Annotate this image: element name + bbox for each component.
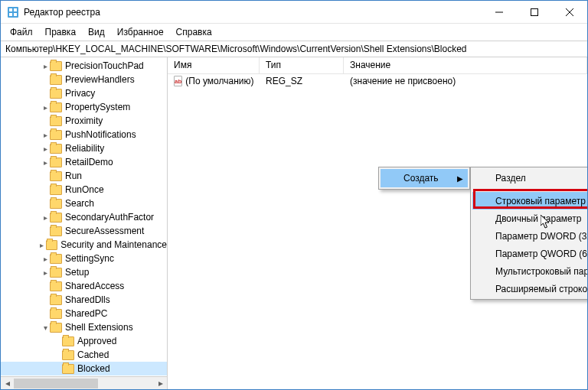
submenu-expandstring[interactable]: Расширяемый строковый параметр — [472, 280, 588, 297]
menu-help[interactable]: Справка — [170, 25, 218, 39]
submenu-multistring[interactable]: Мультистроковый параметр — [472, 262, 588, 280]
tree-item[interactable]: ▸PropertySystem — [1, 100, 167, 114]
folder-icon — [50, 185, 62, 195]
svg-rect-6 — [531, 8, 538, 15]
expand-icon[interactable]: ▸ — [41, 255, 50, 263]
tree-item-label: SharedDlls — [65, 294, 110, 305]
expand-icon[interactable]: ▸ — [41, 145, 50, 153]
folder-icon — [50, 323, 62, 333]
tree-item[interactable]: Run — [1, 169, 167, 183]
collapse-icon[interactable]: ▾ — [41, 323, 50, 332]
folder-icon — [50, 309, 62, 319]
column-type[interactable]: Тип — [260, 57, 344, 73]
tree-item[interactable]: SharedPC — [1, 307, 167, 320]
tree-item[interactable]: PreviewHandlers — [1, 73, 167, 86]
tree-item[interactable]: Search — [1, 197, 167, 210]
tree-item[interactable]: Privacy — [1, 86, 167, 100]
tree-item-label: PrecisionTouchPad — [65, 60, 144, 71]
close-button[interactable] — [552, 1, 587, 23]
tree-item[interactable]: ▸PrecisionTouchPad — [1, 59, 167, 73]
scroll-thumb[interactable] — [14, 379, 98, 388]
tree-item-label: SharedPC — [65, 308, 107, 319]
expand-icon[interactable]: ▸ — [41, 62, 50, 70]
tree-item-label: SettingSync — [65, 253, 114, 264]
address-bar[interactable]: Компьютер\HKEY_LOCAL_MACHINE\SOFTWARE\Mi… — [1, 41, 587, 57]
tree-item[interactable]: RunOnce — [1, 183, 167, 197]
folder-icon — [50, 102, 62, 112]
submenu-key[interactable]: Раздел — [472, 169, 588, 187]
folder-icon — [50, 213, 62, 223]
expand-icon[interactable]: ▸ — [41, 131, 50, 139]
menu-edit[interactable]: Правка — [39, 25, 83, 39]
tree-item-label: Security and Maintenance — [60, 239, 167, 250]
menu-item-create[interactable]: Создать ▶ — [381, 169, 468, 187]
folder-icon — [50, 171, 62, 181]
menu-separator — [495, 189, 588, 190]
submenu-binary[interactable]: Двоичный параметр — [472, 210, 588, 227]
tree-item[interactable]: ▸Setup — [1, 265, 167, 279]
folder-icon — [50, 130, 62, 140]
scroll-right-icon[interactable]: ▸ — [154, 377, 167, 390]
submenu-arrow-icon: ▶ — [457, 174, 463, 183]
tree-item-label: Proximity — [65, 115, 103, 126]
expand-icon[interactable]: ▸ — [41, 213, 50, 222]
value-name: (По умолчанию) — [185, 76, 253, 86]
menu-favorites[interactable]: Избранное — [111, 25, 170, 39]
tree-item[interactable]: Blocked — [1, 362, 167, 375]
tree-item-label: Privacy — [65, 88, 95, 99]
expand-icon[interactable]: ▸ — [41, 268, 50, 277]
tree-item[interactable]: SharedAccess — [1, 279, 167, 293]
menu-view[interactable]: Вид — [82, 25, 111, 39]
submenu-qword[interactable]: Параметр QWORD (64 бита) — [472, 245, 588, 262]
folder-icon — [50, 254, 62, 264]
string-value-icon: ab — [174, 76, 182, 86]
tree-item[interactable]: ▸Reliability — [1, 141, 167, 155]
tree-item[interactable]: Approved — [1, 334, 167, 348]
value-row[interactable]: ab (По умолчанию) REG_SZ (значение не пр… — [168, 74, 587, 88]
tree-item[interactable]: ▾Shell Extensions — [1, 320, 167, 334]
tree-item-label: Search — [65, 198, 94, 209]
tree-item[interactable]: ▸SettingSync — [1, 252, 167, 265]
svg-rect-2 — [14, 8, 17, 11]
folder-icon — [50, 158, 62, 167]
svg-rect-4 — [14, 13, 17, 16]
value-type: REG_SZ — [260, 76, 344, 86]
tree-item[interactable]: ▸SecondaryAuthFactor — [1, 210, 167, 224]
tree-item-label: SecureAssessment — [65, 226, 144, 236]
expand-icon[interactable]: ▸ — [41, 158, 50, 167]
tree-item[interactable]: SecureAssessment — [1, 224, 167, 238]
value-data: (значение не присвоено) — [344, 76, 587, 86]
expand-icon[interactable]: ▸ — [38, 241, 46, 249]
tree-item[interactable]: Proximity — [1, 114, 167, 128]
column-value[interactable]: Значение — [344, 57, 587, 73]
tree-item[interactable]: ▸PushNotifications — [1, 128, 167, 141]
tree-item-label: PreviewHandlers — [65, 74, 135, 85]
tree-item-label: Shell Extensions — [65, 322, 133, 333]
folder-icon — [50, 268, 62, 278]
submenu-dword[interactable]: Параметр DWORD (32 бита) — [472, 227, 588, 245]
folder-icon — [50, 116, 62, 126]
folder-icon — [50, 295, 62, 305]
expand-icon[interactable]: ▸ — [41, 103, 50, 112]
tree-item[interactable]: ▸Security and Maintenance — [1, 238, 167, 252]
column-name[interactable]: Имя — [168, 57, 260, 73]
tree-hscrollbar[interactable]: ◂ ▸ — [1, 376, 167, 389]
window-title: Редактор реестра — [24, 7, 482, 18]
tree-item-label: RetailDemo — [65, 157, 113, 167]
tree-item[interactable]: ▸RetailDemo — [1, 155, 167, 169]
folder-icon — [50, 144, 62, 154]
tree-item-label: Reliability — [65, 143, 104, 154]
folder-icon — [50, 61, 62, 71]
tree-item-label: SecondaryAuthFactor — [65, 212, 154, 223]
svg-rect-3 — [9, 13, 12, 16]
menu-file[interactable]: Файл — [4, 25, 39, 39]
tree-item[interactable]: SharedDlls — [1, 293, 167, 307]
tree-item-label: RunOnce — [65, 184, 104, 195]
maximize-button[interactable] — [517, 1, 552, 23]
tree-item-label: Approved — [77, 336, 116, 346]
submenu-string[interactable]: Строковый параметр — [472, 192, 588, 210]
scroll-left-icon[interactable]: ◂ — [1, 377, 14, 390]
title-bar: Редактор реестра — [1, 1, 587, 24]
tree-item[interactable]: Cached — [1, 348, 167, 362]
minimize-button[interactable] — [482, 1, 517, 23]
